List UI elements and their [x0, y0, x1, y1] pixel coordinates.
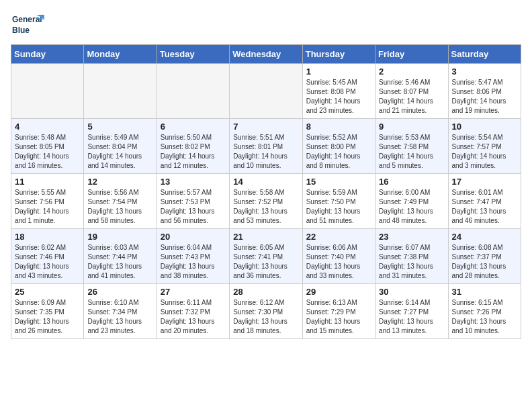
calendar-cell: 6Sunrise: 5:50 AM Sunset: 8:02 PM Daylig…: [157, 119, 229, 174]
day-info: Sunrise: 5:59 AM Sunset: 7:50 PM Dayligh…: [306, 188, 371, 226]
calendar-cell: [230, 64, 302, 119]
calendar-cell: 11Sunrise: 5:55 AM Sunset: 7:56 PM Dayli…: [11, 174, 84, 229]
calendar-cell: 3Sunrise: 5:47 AM Sunset: 8:06 PM Daylig…: [448, 64, 521, 119]
day-number: 19: [87, 232, 152, 242]
calendar-cell: 28Sunrise: 6:12 AM Sunset: 7:30 PM Dayli…: [230, 284, 302, 339]
day-info: Sunrise: 5:52 AM Sunset: 8:00 PM Dayligh…: [306, 133, 371, 171]
day-number: 29: [306, 287, 371, 297]
calendar-cell: 31Sunrise: 6:15 AM Sunset: 7:26 PM Dayli…: [448, 284, 521, 339]
day-number: 18: [15, 232, 80, 242]
day-number: 5: [87, 122, 152, 132]
calendar-cell: 29Sunrise: 6:13 AM Sunset: 7:29 PM Dayli…: [302, 284, 375, 339]
day-number: 22: [306, 232, 371, 242]
calendar-cell: 19Sunrise: 6:03 AM Sunset: 7:44 PM Dayli…: [84, 229, 157, 284]
day-number: 15: [306, 177, 371, 187]
day-number: 28: [233, 287, 298, 297]
day-number: 30: [379, 287, 444, 297]
day-info: Sunrise: 6:08 AM Sunset: 7:37 PM Dayligh…: [452, 243, 517, 281]
weekday-header-row: SundayMondayTuesdayWednesdayThursdayFrid…: [11, 45, 521, 64]
calendar-cell: 21Sunrise: 6:05 AM Sunset: 7:41 PM Dayli…: [230, 229, 302, 284]
calendar-cell: 4Sunrise: 5:48 AM Sunset: 8:05 PM Daylig…: [11, 119, 84, 174]
day-info: Sunrise: 5:45 AM Sunset: 8:08 PM Dayligh…: [306, 78, 371, 116]
calendar-cell: 7Sunrise: 5:51 AM Sunset: 8:01 PM Daylig…: [230, 119, 302, 174]
day-number: 27: [161, 287, 226, 297]
day-info: Sunrise: 6:04 AM Sunset: 7:43 PM Dayligh…: [161, 243, 226, 281]
day-number: 9: [379, 122, 444, 132]
day-info: Sunrise: 6:13 AM Sunset: 7:29 PM Dayligh…: [306, 298, 371, 336]
svg-text:Blue: Blue: [12, 26, 30, 35]
calendar-cell: 9Sunrise: 5:53 AM Sunset: 7:58 PM Daylig…: [375, 119, 448, 174]
day-info: Sunrise: 5:51 AM Sunset: 8:01 PM Dayligh…: [233, 133, 298, 171]
calendar-cell: 13Sunrise: 5:57 AM Sunset: 7:53 PM Dayli…: [157, 174, 229, 229]
day-number: 25: [15, 287, 80, 297]
calendar-cell: 14Sunrise: 5:58 AM Sunset: 7:52 PM Dayli…: [230, 174, 302, 229]
calendar-cell: 26Sunrise: 6:10 AM Sunset: 7:34 PM Dayli…: [84, 284, 157, 339]
weekday-header-tuesday: Tuesday: [157, 45, 229, 64]
calendar-week-row: 4Sunrise: 5:48 AM Sunset: 8:05 PM Daylig…: [11, 119, 521, 174]
day-number: 12: [87, 177, 152, 187]
calendar-week-row: 25Sunrise: 6:09 AM Sunset: 7:35 PM Dayli…: [11, 284, 521, 339]
day-info: Sunrise: 5:55 AM Sunset: 7:56 PM Dayligh…: [15, 188, 80, 226]
day-info: Sunrise: 6:12 AM Sunset: 7:30 PM Dayligh…: [233, 298, 298, 336]
day-number: 31: [452, 287, 517, 297]
day-number: 1: [306, 66, 371, 77]
weekday-header-wednesday: Wednesday: [230, 45, 302, 64]
calendar-cell: 17Sunrise: 6:01 AM Sunset: 7:47 PM Dayli…: [448, 174, 521, 229]
day-number: 10: [452, 122, 517, 132]
calendar-cell: [84, 64, 157, 119]
day-info: Sunrise: 6:15 AM Sunset: 7:26 PM Dayligh…: [452, 298, 517, 336]
day-info: Sunrise: 5:58 AM Sunset: 7:52 PM Dayligh…: [233, 188, 298, 226]
day-info: Sunrise: 6:05 AM Sunset: 7:41 PM Dayligh…: [233, 243, 298, 281]
logo: General Blue: [11, 11, 46, 38]
calendar-week-row: 11Sunrise: 5:55 AM Sunset: 7:56 PM Dayli…: [11, 174, 521, 229]
calendar-cell: 16Sunrise: 6:00 AM Sunset: 7:49 PM Dayli…: [375, 174, 448, 229]
calendar-cell: 23Sunrise: 6:07 AM Sunset: 7:38 PM Dayli…: [375, 229, 448, 284]
day-info: Sunrise: 6:14 AM Sunset: 7:27 PM Dayligh…: [379, 298, 444, 336]
day-number: 11: [15, 177, 80, 187]
day-number: 16: [379, 177, 444, 187]
calendar-cell: [11, 64, 84, 119]
day-info: Sunrise: 5:49 AM Sunset: 8:04 PM Dayligh…: [87, 133, 152, 171]
day-number: 24: [452, 232, 517, 242]
day-number: 20: [161, 232, 226, 242]
day-number: 26: [87, 287, 152, 297]
calendar-body: 1Sunrise: 5:45 AM Sunset: 8:08 PM Daylig…: [11, 64, 521, 339]
day-info: Sunrise: 6:03 AM Sunset: 7:44 PM Dayligh…: [87, 243, 152, 281]
calendar-table: SundayMondayTuesdayWednesdayThursdayFrid…: [11, 44, 521, 339]
day-number: 8: [306, 122, 371, 132]
day-number: 7: [233, 122, 298, 132]
calendar-cell: 27Sunrise: 6:11 AM Sunset: 7:32 PM Dayli…: [157, 284, 229, 339]
calendar-cell: 5Sunrise: 5:49 AM Sunset: 8:04 PM Daylig…: [84, 119, 157, 174]
day-number: 14: [233, 177, 298, 187]
calendar-cell: 2Sunrise: 5:46 AM Sunset: 8:07 PM Daylig…: [375, 64, 448, 119]
calendar-cell: 8Sunrise: 5:52 AM Sunset: 8:00 PM Daylig…: [302, 119, 375, 174]
svg-text:General: General: [12, 15, 42, 24]
calendar-week-row: 18Sunrise: 6:02 AM Sunset: 7:46 PM Dayli…: [11, 229, 521, 284]
weekday-header-thursday: Thursday: [302, 45, 375, 64]
logo-svg: General Blue: [11, 11, 46, 38]
day-number: 4: [15, 122, 80, 132]
calendar-cell: 1Sunrise: 5:45 AM Sunset: 8:08 PM Daylig…: [302, 64, 375, 119]
day-number: 2: [379, 66, 444, 77]
day-info: Sunrise: 6:07 AM Sunset: 7:38 PM Dayligh…: [379, 243, 444, 281]
day-info: Sunrise: 6:06 AM Sunset: 7:40 PM Dayligh…: [306, 243, 371, 281]
header: General Blue: [11, 11, 521, 38]
day-info: Sunrise: 5:53 AM Sunset: 7:58 PM Dayligh…: [379, 133, 444, 171]
day-info: Sunrise: 6:11 AM Sunset: 7:32 PM Dayligh…: [161, 298, 226, 336]
day-info: Sunrise: 5:54 AM Sunset: 7:57 PM Dayligh…: [452, 133, 517, 171]
weekday-header-friday: Friday: [375, 45, 448, 64]
calendar-week-row: 1Sunrise: 5:45 AM Sunset: 8:08 PM Daylig…: [11, 64, 521, 119]
calendar-cell: 30Sunrise: 6:14 AM Sunset: 7:27 PM Dayli…: [375, 284, 448, 339]
calendar-cell: 24Sunrise: 6:08 AM Sunset: 7:37 PM Dayli…: [448, 229, 521, 284]
day-info: Sunrise: 6:10 AM Sunset: 7:34 PM Dayligh…: [87, 298, 152, 336]
calendar-cell: 22Sunrise: 6:06 AM Sunset: 7:40 PM Dayli…: [302, 229, 375, 284]
day-number: 3: [452, 66, 517, 77]
day-info: Sunrise: 5:48 AM Sunset: 8:05 PM Dayligh…: [15, 133, 80, 171]
calendar-cell: 20Sunrise: 6:04 AM Sunset: 7:43 PM Dayli…: [157, 229, 229, 284]
day-info: Sunrise: 6:09 AM Sunset: 7:35 PM Dayligh…: [15, 298, 80, 336]
calendar-cell: 10Sunrise: 5:54 AM Sunset: 7:57 PM Dayli…: [448, 119, 521, 174]
calendar-cell: 25Sunrise: 6:09 AM Sunset: 7:35 PM Dayli…: [11, 284, 84, 339]
day-info: Sunrise: 5:47 AM Sunset: 8:06 PM Dayligh…: [452, 78, 517, 116]
day-number: 23: [379, 232, 444, 242]
day-info: Sunrise: 6:00 AM Sunset: 7:49 PM Dayligh…: [379, 188, 444, 226]
